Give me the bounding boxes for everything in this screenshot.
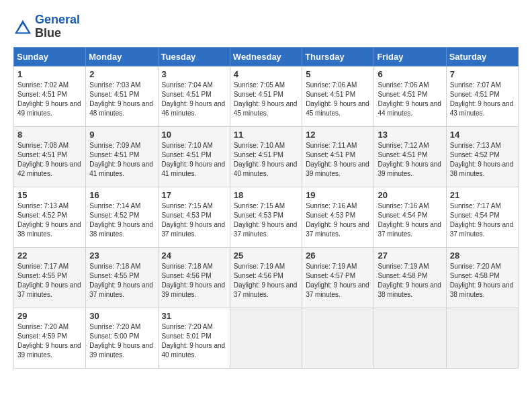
day-number: 24 (162, 250, 226, 261)
day-info: Sunrise: 7:06 AM Sunset: 4:51 PM Dayligh… (306, 81, 370, 118)
calendar-cell: 25 Sunrise: 7:19 AM Sunset: 4:56 PM Dayl… (230, 247, 302, 308)
calendar-header-tuesday: Tuesday (158, 47, 230, 66)
day-number: 30 (89, 311, 154, 321)
calendar-cell: 28 Sunrise: 7:20 AM Sunset: 4:58 PM Dayl… (446, 247, 518, 308)
calendar-cell (302, 308, 374, 368)
day-info: Sunrise: 7:18 AM Sunset: 4:56 PM Dayligh… (162, 262, 226, 300)
calendar-cell: 5 Sunrise: 7:06 AM Sunset: 4:51 PM Dayli… (302, 66, 374, 126)
calendar-header-thursday: Thursday (302, 47, 374, 66)
day-number: 28 (450, 250, 515, 261)
day-number: 27 (378, 250, 442, 261)
calendar-cell: 20 Sunrise: 7:16 AM Sunset: 4:54 PM Dayl… (374, 187, 446, 247)
calendar-cell: 6 Sunrise: 7:06 AM Sunset: 4:51 PM Dayli… (374, 66, 446, 126)
day-info: Sunrise: 7:03 AM Sunset: 4:51 PM Dayligh… (89, 81, 154, 118)
day-number: 10 (162, 130, 226, 140)
day-info: Sunrise: 7:14 AM Sunset: 4:52 PM Dayligh… (89, 201, 154, 239)
calendar-cell: 15 Sunrise: 7:13 AM Sunset: 4:52 PM Dayl… (14, 187, 86, 247)
day-info: Sunrise: 7:12 AM Sunset: 4:51 PM Dayligh… (378, 141, 442, 179)
day-info: Sunrise: 7:20 AM Sunset: 4:58 PM Dayligh… (450, 262, 515, 300)
calendar-cell: 21 Sunrise: 7:17 AM Sunset: 4:54 PM Dayl… (446, 187, 518, 247)
day-number: 20 (378, 190, 442, 200)
calendar-cell: 10 Sunrise: 7:10 AM Sunset: 4:51 PM Dayl… (158, 126, 230, 187)
day-number: 18 (234, 190, 298, 200)
day-info: Sunrise: 7:20 AM Sunset: 5:00 PM Dayligh… (89, 322, 154, 360)
calendar-cell (230, 308, 302, 368)
day-number: 13 (378, 130, 442, 140)
calendar-cell: 24 Sunrise: 7:18 AM Sunset: 4:56 PM Dayl… (158, 247, 230, 308)
day-info: Sunrise: 7:13 AM Sunset: 4:52 PM Dayligh… (17, 201, 82, 239)
day-info: Sunrise: 7:05 AM Sunset: 4:51 PM Dayligh… (234, 81, 298, 118)
day-number: 4 (234, 69, 298, 79)
calendar-cell: 29 Sunrise: 7:20 AM Sunset: 4:59 PM Dayl… (14, 308, 86, 368)
calendar-cell: 2 Sunrise: 7:03 AM Sunset: 4:51 PM Dayli… (86, 66, 158, 126)
day-info: Sunrise: 7:18 AM Sunset: 4:55 PM Dayligh… (89, 262, 154, 300)
calendar-cell (374, 308, 446, 368)
day-number: 17 (162, 190, 226, 200)
day-number: 29 (17, 311, 82, 321)
day-number: 26 (306, 250, 370, 261)
day-info: Sunrise: 7:16 AM Sunset: 4:53 PM Dayligh… (306, 201, 370, 239)
day-info: Sunrise: 7:10 AM Sunset: 4:51 PM Dayligh… (162, 141, 226, 179)
header: General Blue (13, 13, 519, 40)
day-number: 6 (378, 69, 442, 79)
day-number: 1 (17, 69, 82, 79)
calendar-week-row: 15 Sunrise: 7:13 AM Sunset: 4:52 PM Dayl… (14, 187, 519, 247)
calendar-cell: 16 Sunrise: 7:14 AM Sunset: 4:52 PM Dayl… (86, 187, 158, 247)
calendar-cell: 17 Sunrise: 7:15 AM Sunset: 4:53 PM Dayl… (158, 187, 230, 247)
calendar-week-row: 1 Sunrise: 7:02 AM Sunset: 4:51 PM Dayli… (14, 66, 519, 126)
logo: General Blue (13, 13, 80, 40)
calendar-header-row: SundayMondayTuesdayWednesdayThursdayFrid… (14, 47, 519, 66)
calendar-header-friday: Friday (374, 47, 446, 66)
calendar-cell: 3 Sunrise: 7:04 AM Sunset: 4:51 PM Dayli… (158, 66, 230, 126)
day-info: Sunrise: 7:15 AM Sunset: 4:53 PM Dayligh… (234, 201, 298, 239)
day-info: Sunrise: 7:16 AM Sunset: 4:54 PM Dayligh… (378, 201, 442, 239)
calendar-cell: 31 Sunrise: 7:20 AM Sunset: 5:01 PM Dayl… (158, 308, 230, 368)
calendar-cell: 9 Sunrise: 7:09 AM Sunset: 4:51 PM Dayli… (86, 126, 158, 187)
day-number: 15 (17, 190, 82, 200)
calendar-cell: 11 Sunrise: 7:10 AM Sunset: 4:51 PM Dayl… (230, 126, 302, 187)
calendar-cell: 18 Sunrise: 7:15 AM Sunset: 4:53 PM Dayl… (230, 187, 302, 247)
calendar-body: 1 Sunrise: 7:02 AM Sunset: 4:51 PM Dayli… (14, 66, 519, 368)
day-number: 9 (89, 130, 154, 140)
day-number: 11 (234, 130, 298, 140)
day-number: 5 (306, 69, 370, 79)
day-number: 7 (450, 69, 515, 79)
calendar-cell: 12 Sunrise: 7:11 AM Sunset: 4:51 PM Dayl… (302, 126, 374, 187)
day-info: Sunrise: 7:02 AM Sunset: 4:51 PM Dayligh… (17, 81, 82, 118)
day-number: 2 (89, 69, 154, 79)
day-number: 22 (17, 250, 82, 261)
calendar-header-wednesday: Wednesday (230, 47, 302, 66)
day-info: Sunrise: 7:20 AM Sunset: 5:01 PM Dayligh… (162, 322, 226, 360)
day-info: Sunrise: 7:13 AM Sunset: 4:52 PM Dayligh… (450, 141, 515, 179)
day-number: 31 (162, 311, 226, 321)
day-number: 8 (17, 130, 82, 140)
calendar-cell: 30 Sunrise: 7:20 AM Sunset: 5:00 PM Dayl… (86, 308, 158, 368)
day-info: Sunrise: 7:17 AM Sunset: 4:55 PM Dayligh… (17, 262, 82, 300)
calendar-cell: 22 Sunrise: 7:17 AM Sunset: 4:55 PM Dayl… (14, 247, 86, 308)
day-number: 21 (450, 190, 515, 200)
calendar-cell: 23 Sunrise: 7:18 AM Sunset: 4:55 PM Dayl… (86, 247, 158, 308)
day-info: Sunrise: 7:20 AM Sunset: 4:59 PM Dayligh… (17, 322, 82, 360)
day-info: Sunrise: 7:19 AM Sunset: 4:57 PM Dayligh… (306, 262, 370, 300)
calendar-cell: 7 Sunrise: 7:07 AM Sunset: 4:51 PM Dayli… (446, 66, 518, 126)
calendar-cell: 27 Sunrise: 7:19 AM Sunset: 4:58 PM Dayl… (374, 247, 446, 308)
calendar-cell: 8 Sunrise: 7:08 AM Sunset: 4:51 PM Dayli… (14, 126, 86, 187)
day-number: 23 (89, 250, 154, 261)
day-number: 3 (162, 69, 226, 79)
day-info: Sunrise: 7:11 AM Sunset: 4:51 PM Dayligh… (306, 141, 370, 179)
day-info: Sunrise: 7:19 AM Sunset: 4:58 PM Dayligh… (378, 262, 442, 300)
day-number: 12 (306, 130, 370, 140)
day-info: Sunrise: 7:10 AM Sunset: 4:51 PM Dayligh… (234, 141, 298, 179)
day-info: Sunrise: 7:17 AM Sunset: 4:54 PM Dayligh… (450, 201, 515, 239)
calendar-cell (446, 308, 518, 368)
calendar-cell: 19 Sunrise: 7:16 AM Sunset: 4:53 PM Dayl… (302, 187, 374, 247)
calendar-cell: 1 Sunrise: 7:02 AM Sunset: 4:51 PM Dayli… (14, 66, 86, 126)
calendar-week-row: 8 Sunrise: 7:08 AM Sunset: 4:51 PM Dayli… (14, 126, 519, 187)
day-number: 19 (306, 190, 370, 200)
calendar-header-sunday: Sunday (14, 47, 86, 66)
calendar-header-monday: Monday (86, 47, 158, 66)
logo-text: General Blue (35, 13, 80, 40)
day-info: Sunrise: 7:09 AM Sunset: 4:51 PM Dayligh… (89, 141, 154, 179)
calendar-cell: 14 Sunrise: 7:13 AM Sunset: 4:52 PM Dayl… (446, 126, 518, 187)
day-number: 25 (234, 250, 298, 261)
